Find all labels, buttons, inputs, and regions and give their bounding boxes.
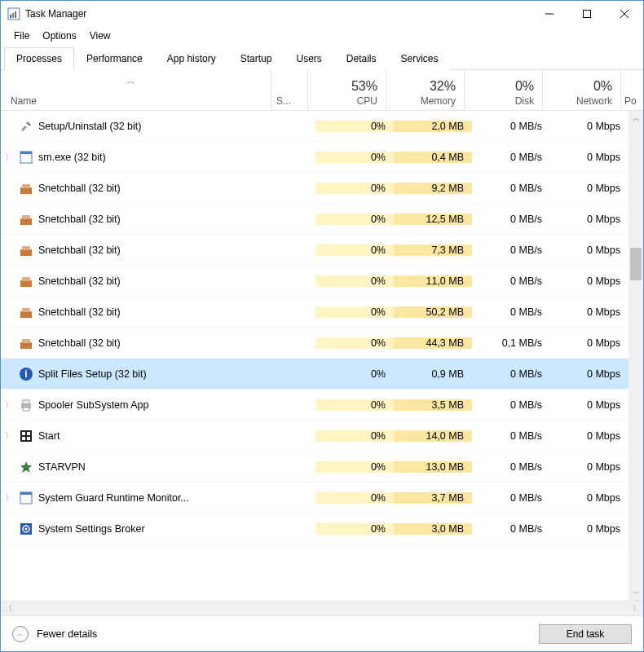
process-icon bbox=[19, 522, 33, 536]
header-memory[interactable]: 32%Memory bbox=[386, 70, 464, 110]
svg-rect-11 bbox=[22, 184, 30, 188]
expand-chevron-icon[interactable]: 〉 bbox=[1, 430, 17, 442]
process-icon bbox=[19, 181, 33, 196]
window-title: Task Manager bbox=[25, 8, 531, 20]
header-cpu[interactable]: 53%CPU bbox=[307, 70, 386, 110]
svg-rect-19 bbox=[22, 308, 30, 312]
disk-cell: 0 MB/s bbox=[472, 306, 550, 318]
network-cell: 0 Mbps bbox=[550, 368, 629, 380]
svg-rect-13 bbox=[22, 215, 30, 219]
expand-chevron-icon[interactable]: 〉 bbox=[1, 399, 17, 411]
table-row[interactable]: Snetchball (32 bit)0%50,2 MB0 MB/s0 Mbps bbox=[1, 297, 629, 328]
svg-rect-18 bbox=[20, 311, 32, 318]
header-power[interactable]: Po bbox=[620, 70, 643, 110]
menu-view[interactable]: View bbox=[83, 29, 117, 43]
network-cell: 0 Mbps bbox=[550, 121, 629, 132]
vertical-scrollbar[interactable]: ︿ ﹀ bbox=[629, 111, 643, 601]
table-row[interactable]: Snetchball (32 bit)0%44,3 MB0,1 MB/s0 Mb… bbox=[1, 328, 629, 359]
process-name: System Settings Broker bbox=[38, 523, 145, 535]
memory-cell: 2,0 MB bbox=[394, 121, 472, 132]
memory-cell: 3,0 MB bbox=[394, 523, 472, 535]
table-row[interactable]: 〉Spooler SubSystem App0%3,5 MB0 MB/s0 Mb… bbox=[1, 390, 629, 421]
memory-cell: 7,3 MB bbox=[394, 244, 472, 256]
header-disk[interactable]: 0%Disk bbox=[464, 70, 542, 110]
table-row[interactable]: 〉Start0%14,0 MB0 MB/s0 Mbps bbox=[1, 421, 629, 452]
table-row[interactable]: Snetchball (32 bit)0%7,3 MB0 MB/s0 Mbps bbox=[1, 235, 629, 266]
network-cell: 0 Mbps bbox=[550, 244, 629, 256]
fewer-details-toggle[interactable]: ︿ Fewer details bbox=[12, 626, 539, 642]
minimize-button[interactable] bbox=[531, 1, 568, 27]
memory-cell: 11,0 MB bbox=[394, 275, 472, 287]
maximize-button[interactable] bbox=[568, 1, 606, 27]
network-cell: 0 Mbps bbox=[550, 523, 629, 535]
svg-rect-12 bbox=[20, 218, 32, 225]
network-cell: 0 Mbps bbox=[550, 306, 629, 318]
process-name: Snetchball (32 bit) bbox=[38, 183, 121, 194]
horizontal-scrollbar[interactable]: 〈 〉 bbox=[1, 601, 643, 615]
table-row[interactable]: Setup/Uninstall (32 bit)0%2,0 MB0 MB/s0 … bbox=[1, 111, 629, 142]
menu-file[interactable]: File bbox=[7, 29, 36, 43]
table-row[interactable]: Snetchball (32 bit)0%11,0 MB0 MB/s0 Mbps bbox=[1, 266, 629, 297]
scroll-left-arrow-icon[interactable]: 〈 bbox=[1, 601, 15, 615]
process-name: Setup/Uninstall (32 bit) bbox=[38, 121, 141, 132]
process-name: STARVPN bbox=[38, 461, 86, 473]
svg-marker-32 bbox=[20, 461, 32, 473]
menu-options[interactable]: Options bbox=[36, 29, 82, 43]
tab-details[interactable]: Details bbox=[334, 47, 389, 70]
header-name-label: Name bbox=[11, 95, 261, 107]
menubar: File Options View bbox=[1, 27, 643, 45]
table-row[interactable]: iSplit Files Setup (32 bit)0%0,9 MB0 MB/… bbox=[1, 359, 629, 390]
svg-rect-28 bbox=[22, 432, 25, 435]
table-row[interactable]: System Settings Broker0%3,0 MB0 MB/s0 Mb… bbox=[1, 513, 629, 544]
expand-chevron-icon[interactable]: 〉 bbox=[1, 152, 17, 163]
table-row[interactable]: Snetchball (32 bit)0%9,2 MB0 MB/s0 Mbps bbox=[1, 173, 629, 204]
tab-startup[interactable]: Startup bbox=[228, 47, 285, 70]
tab-performance[interactable]: Performance bbox=[74, 47, 155, 70]
cpu-cell: 0% bbox=[315, 275, 394, 287]
network-cell: 0 Mbps bbox=[550, 183, 629, 194]
cpu-cell: 0% bbox=[315, 399, 394, 411]
memory-cell: 12,5 MB bbox=[394, 214, 472, 225]
table-row[interactable]: STARVPN0%13,0 MB0 MB/s0 Mbps bbox=[1, 452, 629, 482]
svg-rect-25 bbox=[23, 400, 29, 404]
svg-rect-20 bbox=[20, 342, 32, 349]
disk-cell: 0 MB/s bbox=[472, 214, 550, 225]
tab-processes[interactable]: Processes bbox=[4, 47, 74, 70]
memory-cell: 9,2 MB bbox=[394, 183, 472, 194]
svg-rect-9 bbox=[20, 152, 32, 154]
scroll-up-arrow-icon[interactable]: ︿ bbox=[629, 111, 643, 126]
tab-users[interactable]: Users bbox=[284, 47, 333, 70]
expand-chevron-icon[interactable]: 〉 bbox=[1, 492, 17, 504]
svg-rect-3 bbox=[15, 11, 16, 18]
process-name: Snetchball (32 bit) bbox=[38, 244, 121, 256]
header-status[interactable]: S... bbox=[271, 70, 307, 110]
table-row[interactable]: 〉System Guard Runtime Monitor...0%3,7 MB… bbox=[1, 482, 629, 513]
disk-cell: 0 MB/s bbox=[472, 244, 550, 256]
scroll-right-arrow-icon[interactable]: 〉 bbox=[629, 601, 643, 615]
scroll-down-arrow-icon[interactable]: ﹀ bbox=[629, 586, 643, 601]
footer: ︿ Fewer details End task bbox=[1, 615, 643, 651]
tab-services[interactable]: Services bbox=[389, 47, 451, 70]
process-list[interactable]: Setup/Uninstall (32 bit)0%2,0 MB0 MB/s0 … bbox=[1, 111, 629, 601]
svg-rect-31 bbox=[27, 437, 30, 440]
header-network[interactable]: 0%Network bbox=[542, 70, 620, 110]
table-row[interactable]: 〉sm.exe (32 bit)0%0,4 MB0 MB/s0 Mbps bbox=[1, 142, 629, 173]
disk-cell: 0 MB/s bbox=[472, 399, 550, 411]
disk-cell: 0 MB/s bbox=[472, 275, 550, 287]
close-button[interactable] bbox=[606, 1, 643, 27]
table-row[interactable]: Snetchball (32 bit)0%12,5 MB0 MB/s0 Mbps bbox=[1, 204, 629, 235]
disk-cell: 0 MB/s bbox=[472, 121, 550, 132]
scroll-thumb[interactable] bbox=[630, 248, 642, 280]
disk-cell: 0 MB/s bbox=[472, 368, 550, 380]
process-name: Split Files Setup (32 bit) bbox=[38, 368, 147, 380]
tab-strip: ProcessesPerformanceApp historyStartupUs… bbox=[1, 46, 643, 70]
process-icon bbox=[19, 212, 33, 227]
process-icon bbox=[19, 429, 33, 443]
memory-cell: 44,3 MB bbox=[394, 337, 472, 349]
svg-rect-1 bbox=[10, 15, 11, 18]
disk-cell: 0 MB/s bbox=[472, 183, 550, 194]
memory-cell: 50,2 MB bbox=[394, 306, 472, 318]
header-name[interactable]: ︿ Name bbox=[1, 70, 271, 110]
end-task-button[interactable]: End task bbox=[539, 624, 632, 644]
tab-app-history[interactable]: App history bbox=[155, 47, 228, 70]
